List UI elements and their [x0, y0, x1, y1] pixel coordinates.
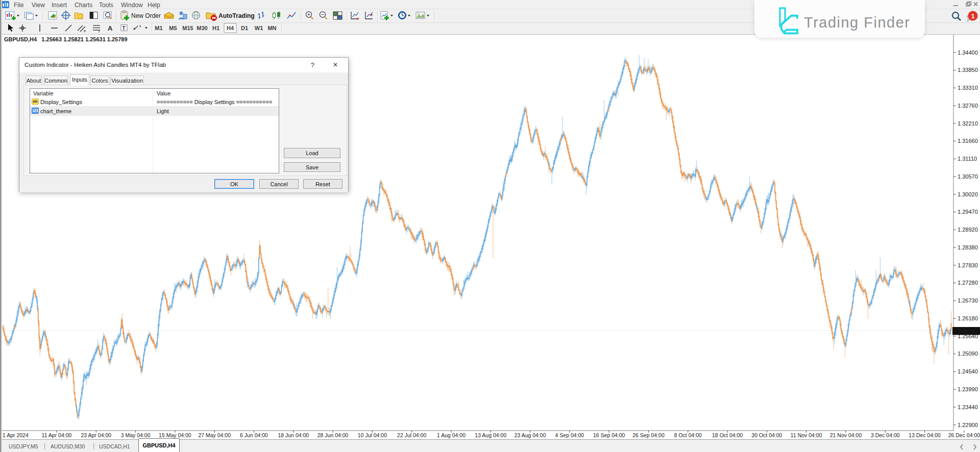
- svg-text:16 Sep 04:00: 16 Sep 04:00: [593, 432, 625, 438]
- svg-text:1.30570: 1.30570: [958, 173, 978, 180]
- svg-text:1.23440: 1.23440: [958, 404, 978, 410]
- svg-text:e: e: [84, 29, 86, 33]
- svg-text:1: 1: [971, 12, 974, 20]
- svg-text:1 Apr 2024: 1 Apr 2024: [3, 432, 29, 438]
- svg-text:23 Apr 04:00: 23 Apr 04:00: [81, 432, 112, 438]
- svg-text:1.26730: 1.26730: [958, 297, 978, 304]
- svg-text:D1: D1: [241, 25, 248, 31]
- svg-text:15 May 04:00: 15 May 04:00: [159, 432, 191, 438]
- svg-text:H4: H4: [227, 25, 234, 31]
- svg-text:1.28920: 1.28920: [958, 227, 978, 233]
- svg-text:8 Oct 04:00: 8 Oct 04:00: [674, 432, 702, 438]
- svg-text:1.25090: 1.25090: [958, 350, 978, 357]
- svg-text:11 Apr 04:00: 11 Apr 04:00: [42, 432, 72, 438]
- svg-text:1.31110: 1.31110: [958, 156, 977, 162]
- svg-text:H1: H1: [212, 25, 219, 31]
- svg-text:27 May 04:00: 27 May 04:00: [198, 432, 231, 438]
- svg-text:GBPUSD,H4 1.25663 1.25821 1.: GBPUSD,H4 1.25663 1.25821 1.25631 1.2578…: [4, 36, 128, 42]
- svg-text:1.34400: 1.34400: [958, 49, 978, 56]
- svg-text:M5: M5: [169, 25, 177, 31]
- svg-text:1 Aug 04:00: 1 Aug 04:00: [437, 432, 465, 438]
- svg-text:13 Aug 04:00: 13 Aug 04:00: [475, 432, 506, 438]
- svg-text:28 Jun 04:00: 28 Jun 04:00: [317, 432, 349, 438]
- svg-text:1.27280: 1.27280: [958, 280, 978, 286]
- svg-text:26 Dec 04:00: 26 Dec 04:00: [948, 432, 980, 438]
- svg-text:1.26180: 1.26180: [958, 315, 978, 321]
- svg-text:Trading Finder: Trading Finder: [804, 14, 911, 31]
- svg-text:M1: M1: [155, 25, 162, 31]
- svg-text:10 Jul 04:00: 10 Jul 04:00: [358, 432, 387, 438]
- svg-text:1.24540: 1.24540: [958, 368, 978, 374]
- svg-text:1.30020: 1.30020: [958, 191, 978, 197]
- svg-text:13 Dec 04:00: 13 Dec 04:00: [909, 432, 941, 438]
- svg-text:1.25789: 1.25789: [957, 328, 977, 334]
- svg-text:W1: W1: [255, 25, 263, 31]
- svg-text:AutoTrading: AutoTrading: [218, 12, 255, 19]
- svg-text:T: T: [122, 26, 126, 31]
- svg-text:1.33310: 1.33310: [958, 85, 978, 91]
- svg-text:M30: M30: [197, 25, 207, 31]
- svg-text:New Order: New Order: [131, 12, 161, 19]
- svg-text:1.28380: 1.28380: [958, 244, 978, 250]
- svg-text:1.32210: 1.32210: [958, 120, 978, 127]
- svg-text:MN: MN: [267, 25, 276, 31]
- svg-text:21 Nov 04:00: 21 Nov 04:00: [830, 432, 862, 438]
- svg-text:M15: M15: [182, 25, 193, 31]
- svg-text:4 Sep 04:00: 4 Sep 04:00: [555, 432, 584, 438]
- svg-text:18 Oct 04:00: 18 Oct 04:00: [712, 432, 743, 438]
- svg-text:22 Jul 04:00: 22 Jul 04:00: [397, 432, 426, 438]
- svg-text:1.33850: 1.33850: [958, 67, 978, 73]
- svg-text:26 Sep 04:00: 26 Sep 04:00: [632, 432, 665, 438]
- svg-text:23 Aug 04:00: 23 Aug 04:00: [514, 432, 546, 438]
- svg-text:1.27830: 1.27830: [958, 262, 978, 268]
- svg-text:1.23990: 1.23990: [958, 386, 978, 392]
- svg-text:3 Dec 04:00: 3 Dec 04:00: [871, 432, 900, 438]
- svg-text:1.29470: 1.29470: [958, 209, 978, 215]
- svg-text:30 Oct 04:00: 30 Oct 04:00: [751, 432, 782, 438]
- svg-text:A: A: [108, 24, 113, 32]
- svg-text:1.22900: 1.22900: [958, 422, 978, 428]
- svg-text:3 May 04:00: 3 May 04:00: [121, 432, 151, 438]
- svg-text:18 Jun 04:00: 18 Jun 04:00: [278, 432, 309, 438]
- svg-text:1.31660: 1.31660: [958, 138, 978, 144]
- svg-text:6 Jun 04:00: 6 Jun 04:00: [240, 432, 268, 438]
- svg-text:1.32760: 1.32760: [958, 103, 978, 109]
- svg-text:11 Nov 04:00: 11 Nov 04:00: [791, 432, 822, 438]
